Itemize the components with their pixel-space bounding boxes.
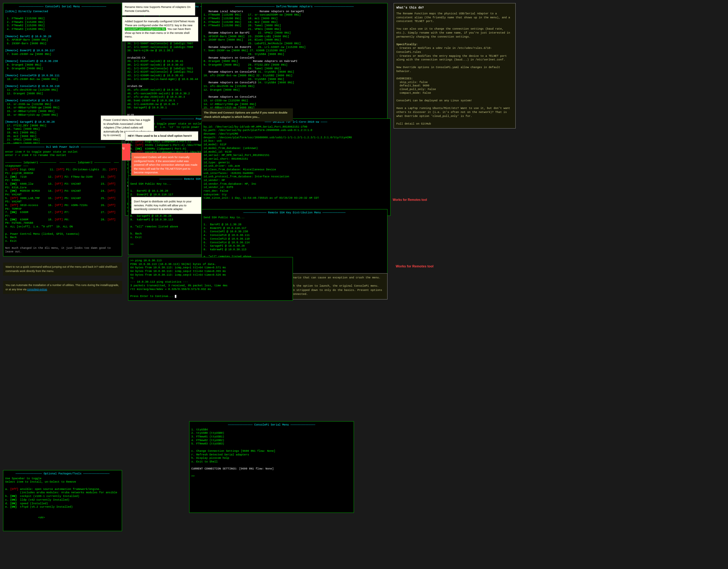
details-panel: ──── Details for lrl-Core-3810-sw ──── b…: [201, 118, 391, 216]
whats-this-p5: - Creates or modifies the entry mapping …: [396, 54, 513, 62]
serial-menu2-panel: ─────────────── ConsolePi Serial Menu ──…: [189, 421, 354, 513]
hey-notice-text: HEY! There used to be a local shell opti…: [128, 134, 196, 138]
ping-output-panel: >> ping 10.0.30.113 PING 10.0.30.113 (10…: [128, 257, 293, 301]
serial-menu-title: ─────────────── ConsolePi Serial Menu ──…: [5, 5, 120, 9]
dli-web-title: ─────────────── DLI Web Power Switch ───…: [5, 146, 120, 149]
whats-this-overrides: OVERRIDES: skip_utils: false default_bau…: [396, 77, 513, 95]
left-tooltip2-text: You can Automate the Installation of a n…: [5, 283, 120, 292]
show-connect-note: The Show and Connect Options are useful …: [201, 108, 293, 121]
details-content: by_id: /dev/serial/by-id/usb-HP_HPM_Seri…: [204, 125, 388, 200]
tooltip-distribute-ssh: Don't forget to distribute ssh public ke…: [131, 197, 201, 214]
whats-this-p2: You can also use it to change the connec…: [396, 27, 513, 39]
define-rename-title: ──────────────────────── Define/Rename A…: [204, 5, 385, 9]
whats-this-p9: Full detail on GitHub: [396, 122, 513, 126]
whats-this-title: What's this do?: [396, 6, 513, 10]
ping-content: >> ping 10.0.30.113 PING 10.0.30.113 (10…: [130, 259, 291, 299]
show-connect-text: The Show and Connect Options are useful …: [204, 111, 290, 119]
tooltip-associated-outlet: Associated Outlets will also work for ma…: [131, 153, 201, 177]
tooltip-manual-text: Added Support for manually configured SS…: [125, 20, 196, 39]
tooltip-associated-text: Associated Outlets will also work for ma…: [134, 155, 199, 175]
whats-this-p7: ConsolePi can be deployed on any Linux s…: [396, 99, 513, 103]
dli-web-content: enter item # to toggle power state on ou…: [5, 150, 120, 243]
left-tooltip1: Want to run a quick command without jump…: [3, 262, 122, 275]
whats-this-box: What's this do? The Rename Function maps…: [394, 3, 516, 128]
whats-this-p1: The Rename Function maps the physical US…: [396, 12, 513, 23]
serial-menu2-title: ─────────────── ConsolePi Serial Menu ──…: [191, 423, 352, 427]
left-tooltip1-text: Want to run a quick command without jump…: [5, 265, 120, 273]
optional-packages-title: ──────────────── Optional Packages/Tools…: [5, 472, 120, 476]
dli-web-panel: ─────────────── DLI Web Power Switch ───…: [3, 143, 122, 256]
works-for-remotes-positioned: Works for Remotes tool: [396, 264, 434, 268]
whats-this-p6: New Override options in ConsolePi.yaml a…: [396, 66, 513, 73]
optional-packages-panel: ──────────────── Optional Packages/Tools…: [3, 470, 122, 531]
hey-notice: HEY! There used to be a local shell opti…: [125, 131, 198, 141]
left-tooltip2: You can Automate the Installation of a n…: [3, 281, 122, 294]
tooltip-rename-text: Rename Menu now Supports Rename of Adapt…: [125, 5, 193, 13]
optional-packages-content: Use Spacebar to toggle Select item to In…: [5, 477, 120, 520]
whats-this-p8: Have a LapTop running Ubuntu/Mint/etc? W…: [396, 106, 513, 118]
tooltip-distribute-ssh-text: Don't forget to distribute ssh public ke…: [134, 200, 199, 211]
tooltip-rename-menu: Rename Menu now Supports Rename of Adapt…: [122, 2, 195, 16]
whats-this-p3: Specifically:: [396, 43, 513, 47]
tooltip-manually-configured: Added Support for manually configured SS…: [122, 17, 198, 41]
whats-this-p4: - Creates or modifies a udev rule in /et…: [396, 46, 513, 54]
works-for-remotes-label: Works for Remotes tool: [393, 198, 427, 201]
remote-ssh-dist2-title: ────────────── Remote SSH Key Distributi…: [204, 211, 385, 215]
dli-note: Not much changed in the dli menu, it jus…: [5, 247, 120, 254]
serial-menu2-content: 1. ttyUSB4 2. ttyUSB0 (ttyUSB0) 3. FTNew…: [191, 428, 352, 478]
